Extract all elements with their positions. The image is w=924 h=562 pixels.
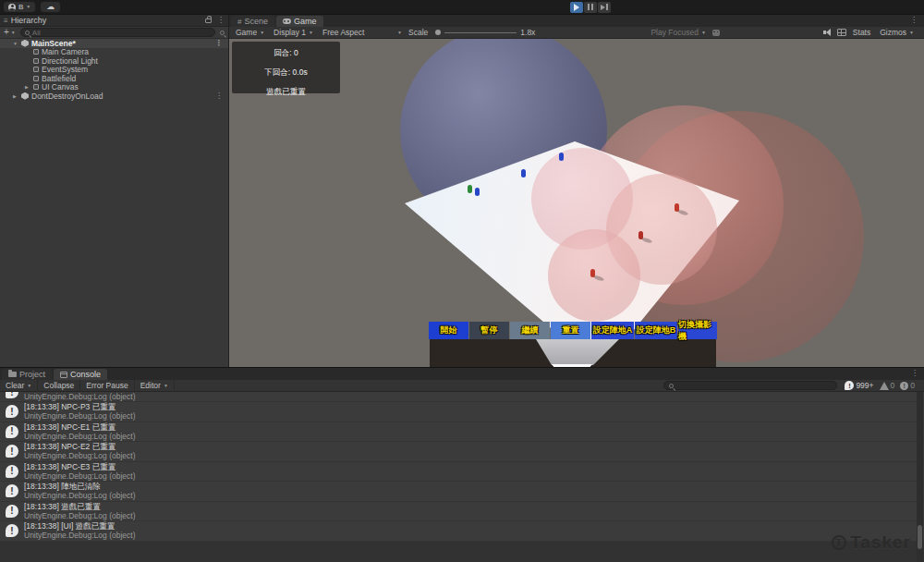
aspect-dropdown[interactable]: Free Aspect ▼: [320, 28, 405, 37]
mute-audio-icon[interactable]: [823, 29, 831, 36]
log-entry[interactable]: ! [18:13:38] NPC-E2 已重置 UnityEngine.Debu…: [0, 442, 924, 462]
tab-scene[interactable]: # Scene: [231, 16, 274, 27]
log-trace: UnityEngine.Debug:Log (object): [24, 511, 136, 520]
hierarchy-toolbar: + ▼ All: [0, 27, 228, 39]
scrollbar-thumb[interactable]: [918, 525, 922, 549]
error-pause-button[interactable]: Error Pause: [80, 380, 134, 392]
account-label: B: [18, 3, 23, 11]
warning-count-toggle[interactable]: 0: [880, 381, 895, 390]
start-button[interactable]: 開始: [429, 322, 468, 339]
vsync-grid-icon[interactable]: [837, 29, 846, 36]
display-target-dropdown[interactable]: Game ▼: [233, 28, 267, 37]
kebab-menu-icon[interactable]: ⋮: [911, 370, 918, 377]
npc-capsule-red: [590, 269, 595, 277]
console-scrollbar[interactable]: [917, 392, 923, 562]
item-label: Directional Light: [42, 56, 98, 66]
kebab-menu-icon[interactable]: ⋮: [215, 92, 223, 100]
add-object-caret-icon[interactable]: ▼: [11, 31, 16, 35]
tab-console[interactable]: Console: [54, 369, 107, 380]
scene-row-mainscene[interactable]: ▼ MainScene* ⋮: [0, 39, 228, 48]
dropdown-label: Display 1: [274, 28, 306, 37]
log-trace: UnityEngine.Debug:Log (object): [24, 392, 136, 401]
log-trace: UnityEngine.Debug:Log (object): [24, 471, 136, 481]
device-simulator-icon[interactable]: [712, 30, 720, 36]
scale-slider-knob[interactable]: [435, 30, 441, 35]
npc-capsule-blue: [559, 153, 564, 161]
stats-button[interactable]: Stats: [853, 28, 870, 37]
pause-game-button[interactable]: 暫停: [469, 322, 509, 339]
game-viewport: 回合: 0 下回合: 0.0s 遊戲已重置 開始 暫停 繼續 重置 設定陣地A …: [229, 39, 924, 367]
kebab-menu-icon[interactable]: ⋮: [217, 17, 225, 24]
log-message: [18:13:38] NPC-E1 已重置: [24, 422, 136, 432]
console-tabbar: Project Console ⋮: [0, 368, 924, 380]
scene-row-dontdestroyonload[interactable]: ▶ DontDestroyOnLoad ⋮: [0, 92, 228, 101]
set-base-b-button[interactable]: 設定陣地B: [635, 322, 677, 339]
npc-capsule-red: [638, 231, 643, 239]
scale-slider-track[interactable]: [444, 32, 517, 33]
search-placeholder: All: [32, 29, 41, 37]
search-by-type-icon[interactable]: [220, 31, 225, 35]
chevron-down-icon: ▼: [27, 384, 31, 388]
set-base-a-button[interactable]: 設定陣地A: [591, 322, 634, 339]
log-entry[interactable]: ! [18:13:38] 陣地已清除 UnityEngine.Debug:Log…: [0, 482, 924, 502]
play-button[interactable]: [570, 2, 583, 13]
reset-button[interactable]: 重置: [551, 322, 590, 339]
log-entry[interactable]: ! [18:13:38] NPC-E1 已重置 UnityEngine.Debu…: [0, 422, 924, 443]
lock-icon[interactable]: [205, 18, 212, 23]
gameobject-icon: [33, 58, 39, 64]
hierarchy-item-eventsystem[interactable]: EventSystem: [0, 66, 228, 75]
collapse-button[interactable]: Collapse: [38, 380, 80, 392]
hierarchy-search-input[interactable]: All: [20, 28, 215, 37]
log-message: [18:13:38] NPC-E3 已重置: [24, 462, 136, 471]
tab-game[interactable]: Game: [276, 16, 323, 27]
info-log-icon: !: [6, 445, 18, 458]
error-count-toggle[interactable]: ! 0: [900, 381, 915, 390]
console-icon: [60, 372, 67, 378]
scale-value: 1.8x: [520, 28, 535, 37]
add-object-button[interactable]: +: [4, 28, 9, 37]
foldout-open-icon[interactable]: ▼: [13, 41, 18, 46]
pause-button[interactable]: [584, 2, 597, 13]
gameobject-icon: [33, 76, 39, 81]
log-count-toggle[interactable]: ! 999+: [845, 381, 873, 390]
game-status-text: 遊戲已重置: [232, 87, 340, 98]
error-count: 0: [910, 381, 915, 390]
hierarchy-item-battlefield[interactable]: Battlefield: [0, 74, 228, 83]
log-entry[interactable]: ! [18:13:38] NPC-P3 已重置 UnityEngine.Debu…: [0, 402, 924, 422]
step-button[interactable]: [598, 2, 611, 13]
console-panel: Project Console ⋮ Clear ▼ Collapse Error…: [0, 367, 924, 562]
resume-button[interactable]: 繼續: [510, 322, 550, 339]
console-search-input[interactable]: [663, 381, 837, 390]
kebab-menu-icon[interactable]: ⋮: [910, 17, 918, 24]
account-button[interactable]: B ▼: [4, 2, 35, 12]
kebab-menu-icon[interactable]: ⋮: [215, 40, 223, 47]
warning-count: 0: [891, 381, 895, 390]
gizmos-dropdown[interactable]: Gizmos ▼: [877, 28, 917, 37]
tab-label: Game: [294, 17, 317, 26]
switch-camera-button[interactable]: 切換攝影機: [678, 322, 717, 339]
log-entry[interactable]: ! [18:13:38] 遊戲已重置 UnityEngine.Debug:Log…: [0, 502, 924, 522]
play-focused-dropdown[interactable]: Play Focused ▼: [648, 28, 708, 37]
foldout-closed-icon[interactable]: ▶: [13, 93, 18, 99]
info-log-icon: !: [6, 425, 18, 438]
tab-project[interactable]: Project: [2, 369, 52, 380]
log-entry[interactable]: ! [18:13:38] NPC-E3 已重置 UnityEngine.Debu…: [0, 462, 924, 483]
hierarchy-item-directional-light[interactable]: Directional Light: [0, 56, 228, 66]
gamepad-icon: [283, 18, 291, 24]
tasker-watermark: T Tasker: [832, 532, 911, 553]
scene-tab-icon: #: [237, 18, 241, 26]
display-dropdown[interactable]: Display 1 ▼: [271, 28, 316, 37]
editor-dropdown[interactable]: Editor ▼: [135, 380, 175, 392]
gameobject-icon: [33, 49, 39, 55]
hierarchy-item-ui-canvas[interactable]: ▶ UI Canvas: [0, 83, 228, 92]
log-entry-partial[interactable]: ! UnityEngine.Debug:Log (object): [0, 392, 924, 402]
hierarchy-item-main-camera[interactable]: Main Camera: [0, 48, 228, 57]
foldout-closed-icon[interactable]: ▶: [25, 84, 30, 90]
log-entry[interactable]: ! [18:13:38] [UI] 遊戲已重置 UnityEngine.Debu…: [0, 521, 924, 542]
cloud-services-button[interactable]: ☁: [41, 2, 60, 12]
item-label: Battlefield: [42, 74, 76, 83]
step-icon: [601, 4, 608, 10]
item-label: EventSystem: [42, 65, 88, 74]
log-trace: UnityEngine.Debug:Log (object): [24, 451, 136, 460]
clear-button[interactable]: Clear ▼: [0, 380, 38, 392]
